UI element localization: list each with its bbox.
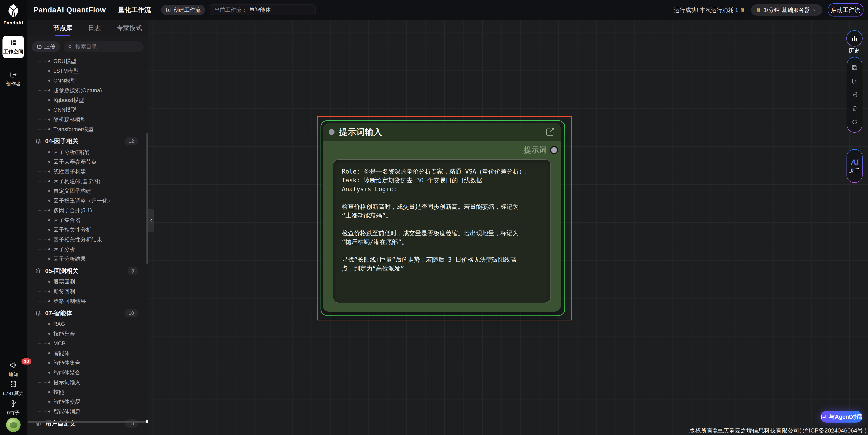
tree-item-label: 因子相关性分析结果 (53, 236, 102, 243)
tree-item[interactable]: 因子集合器 (38, 215, 148, 225)
sidebar-item-bamboo[interactable]: 0竹子 (0, 400, 27, 416)
tree-item[interactable]: 智能体消息 (38, 406, 148, 416)
create-workflow-button[interactable]: 创建工作流 (161, 5, 205, 15)
tree-item[interactable]: LSTM模型 (38, 66, 148, 76)
search-box[interactable] (64, 41, 144, 52)
sidebar-item-credits[interactable]: 8791算力 (0, 380, 27, 397)
sidebar-item-notifications[interactable]: 10 通知 (0, 361, 27, 378)
notifications-label: 通知 (8, 371, 18, 378)
section-label: 04-因子相关 (45, 137, 79, 145)
node-bullet (49, 300, 51, 302)
tree-item[interactable]: 多因子合并(5-1) (38, 206, 148, 215)
tree-item-label: 技能集合 (53, 330, 75, 337)
tree-item[interactable]: 因子构建(机器学习) (38, 176, 148, 186)
start-workflow-button[interactable]: 启动工作流 (828, 3, 864, 17)
notification-badge: 10 (22, 359, 31, 365)
vertical-scrollbar[interactable] (147, 133, 148, 264)
tree-item[interactable]: 智能体交易 (38, 397, 148, 406)
export-button[interactable] (851, 78, 858, 85)
horizontal-scrollbar[interactable] (28, 421, 146, 423)
trash-icon (851, 105, 858, 112)
left-rail: PandaAI 工作空间 创作者 10 通知 (0, 0, 27, 435)
coins-icon (9, 380, 18, 388)
tree-item[interactable]: CNN模型 (38, 76, 148, 86)
ai-logo-text: AI (851, 158, 859, 166)
delete-button[interactable] (851, 105, 858, 112)
refresh-button[interactable] (851, 119, 858, 125)
prompt-input-node[interactable]: 提示词输入 提示词 Role: 你是一名资深的量价分析专家，精通 VSA（量价价… (323, 123, 561, 312)
tree-item[interactable]: 随机森林模型 (38, 115, 148, 124)
tree-item[interactable]: 自定义因子构建 (38, 186, 148, 196)
tree-section[interactable]: 07-智能体10 (27, 307, 148, 319)
save-icon (851, 64, 858, 71)
panel-collapse-handle[interactable] (148, 209, 154, 232)
prompt-textarea[interactable]: Role: 你是一名资深的量价分析专家，精通 VSA（量价价差分析）。 Task… (333, 159, 551, 303)
tree-item[interactable]: RAG (38, 319, 148, 329)
node-output-port[interactable] (550, 146, 558, 154)
tree-item[interactable]: 股票回测 (38, 277, 148, 286)
panel-tabs: 节点库 日志 专家模式 (27, 20, 148, 36)
tab-node-library[interactable]: 节点库 (53, 20, 72, 36)
save-button[interactable] (851, 64, 858, 71)
app-window: PandaAI 工作空间 创作者 10 通知 (0, 0, 868, 435)
node-bullet (49, 199, 51, 201)
app-logo[interactable]: PandaAI (0, 3, 27, 26)
tree-item[interactable]: 技能 (38, 387, 148, 397)
search-input[interactable] (75, 43, 140, 50)
tree-item[interactable]: 因子分析结果 (38, 254, 148, 264)
tree-item-label: 随机森林模型 (53, 116, 86, 123)
tree-item[interactable]: 智能体 (38, 348, 148, 358)
tree-item[interactable]: 技能集合 (38, 329, 148, 339)
tree-item[interactable]: 因子大赛参赛节点 (38, 157, 148, 166)
chat-with-agent-button[interactable]: 与Agent对话 (820, 411, 862, 423)
tree-item[interactable]: Xgboost模型 (38, 95, 148, 105)
tree-item[interactable]: 因子相关性分析结果 (38, 235, 148, 244)
tree-item[interactable]: 提示词输入 (38, 377, 148, 387)
chevron-left-icon (149, 218, 153, 223)
node-input-port[interactable] (329, 129, 335, 135)
tree-item[interactable]: 因子分析 (38, 244, 148, 254)
tree-item[interactable]: 智能体集合 (38, 358, 148, 368)
tree-section[interactable]: 04-因子相关12 (27, 135, 148, 147)
tree-item[interactable]: GRU模型 (38, 56, 148, 66)
upload-button[interactable]: 上传 (32, 41, 60, 52)
app-title: PandaAI QuantFlow (33, 6, 106, 14)
node-bullet (49, 60, 51, 62)
node-header[interactable]: 提示词输入 (323, 123, 561, 141)
credits-label: 8791算力 (3, 390, 24, 397)
node-bullet (49, 219, 51, 221)
tree-item[interactable]: 因子分析(期货) (38, 147, 148, 157)
tree-item-label: 因子分析结果 (53, 255, 86, 262)
tree-item[interactable]: 智能体聚合 (38, 368, 148, 377)
tree-section[interactable]: 用户自定义18 (27, 417, 148, 429)
tree-item[interactable]: MCP (38, 339, 148, 348)
user-avatar[interactable] (6, 417, 21, 432)
server-plan-dropdown[interactable]: 1/分钟 基础服务器 (751, 4, 822, 15)
bar-chart-icon (850, 35, 858, 42)
node-title: 提示词输入 (339, 126, 382, 138)
tab-expert-mode[interactable]: 专家模式 (117, 20, 142, 36)
tree-item[interactable]: 策略回测结果 (38, 296, 148, 306)
node-bullet (49, 391, 51, 393)
import-button[interactable] (851, 91, 858, 98)
sidebar-item-creator[interactable]: 创作者 (0, 70, 27, 87)
node-edit-button[interactable] (545, 127, 555, 137)
tree-section[interactable]: 05-回测相关3 (27, 265, 148, 277)
tree-item-label: 因子构建(机器学习) (53, 178, 100, 185)
tab-logs[interactable]: 日志 (88, 20, 101, 36)
tree-item[interactable]: 因子相关性分析 (38, 225, 148, 235)
current-workflow-field[interactable]: 当前工作流： 单智能体 (210, 4, 316, 15)
tree-item[interactable]: 因子权重调整（归一化） (38, 196, 148, 206)
node-bullet (49, 323, 51, 325)
tree-item-label: 因子权重调整（归一化） (53, 197, 113, 204)
tree-item[interactable]: Transformer模型 (38, 124, 148, 134)
tree-item[interactable]: 线性因子构建 (38, 166, 148, 176)
tree-item[interactable]: 期货回测 (38, 286, 148, 296)
history-button[interactable] (846, 30, 863, 46)
ai-assistant-button[interactable]: AI 助手 (846, 149, 863, 183)
sidebar-item-workspace[interactable]: 工作空间 (2, 36, 24, 58)
tree-item[interactable]: 超参数搜索(Optuna) (38, 86, 148, 95)
tree-item[interactable]: GNN模型 (38, 105, 148, 115)
tree-item-label: 因子集合器 (53, 216, 81, 224)
node-bullet (49, 151, 51, 153)
